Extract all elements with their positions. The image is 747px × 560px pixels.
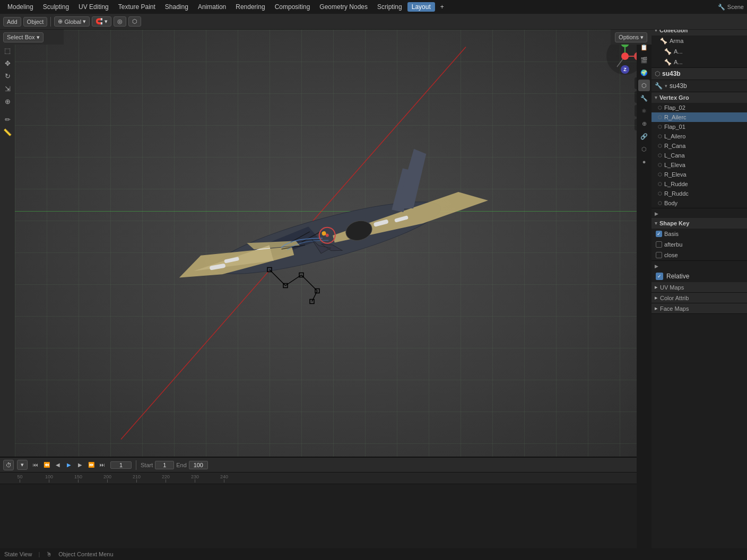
sk-afterbu[interactable]: afterbu: [652, 239, 747, 250]
status-separator-1: |: [38, 551, 40, 557]
menu-geometry-nodes[interactable]: Geometry Nodes: [315, 2, 372, 12]
menu-compositing[interactable]: Compositing: [271, 2, 315, 12]
play-btn[interactable]: ▶: [64, 460, 74, 470]
sk-afterbu-checkbox[interactable]: [656, 241, 662, 248]
start-label: Start: [141, 462, 153, 468]
menu-scripting[interactable]: Scripting: [373, 2, 406, 12]
move-tool[interactable]: ✥: [2, 57, 13, 69]
sk-expand-btn[interactable]: ▶: [652, 261, 747, 270]
next-keyframe-btn[interactable]: ▶: [75, 460, 85, 470]
uv-maps-header[interactable]: ▸ UV Maps: [652, 282, 747, 293]
menu-modeling[interactable]: Modeling: [3, 2, 38, 12]
sk-close[interactable]: close: [652, 250, 747, 260]
sk-basis-checkbox[interactable]: ✓: [656, 231, 662, 237]
vg-expand-btn[interactable]: ▶: [652, 208, 747, 218]
vg-label-7: L_Eleva: [664, 162, 685, 168]
menu-shading[interactable]: Shading: [161, 2, 193, 12]
object-name-row: ⬡ su43b: [652, 68, 747, 80]
vertex-groups-header[interactable]: ▾ Vertex Gro: [652, 92, 747, 103]
armature-sub-1[interactable]: 🦴 A...: [652, 46, 747, 57]
armature-sub-2[interactable]: 🦴 A...: [652, 57, 747, 67]
timeline-type-dropdown[interactable]: ▾: [17, 460, 28, 470]
timeline-dropdown-icon: ▾: [21, 461, 24, 468]
object-button[interactable]: Object: [23, 17, 48, 27]
vg-body[interactable]: ⬡ Body: [652, 198, 747, 208]
jump-end-btn[interactable]: ⏭: [98, 460, 107, 470]
transform-tool[interactable]: ⊕: [2, 95, 13, 107]
add-button[interactable]: Add: [3, 17, 21, 27]
step-back-btn[interactable]: ⏪: [42, 460, 51, 470]
menu-rendering[interactable]: Rendering: [231, 2, 269, 12]
vg-flap02[interactable]: ⬡ Flap_02: [652, 103, 747, 112]
gizmo-z-axis[interactable]: Z: [621, 65, 629, 74]
menu-add[interactable]: +: [436, 2, 448, 12]
rotate-tool[interactable]: ↻: [2, 70, 13, 82]
viewport[interactable]: X Y Z 🔍 ✋ 🎥 📷: [15, 30, 652, 457]
armature-item-1[interactable]: 🦴 Arma: [652, 36, 747, 46]
proportional-icon: ◎: [117, 18, 123, 25]
ruler-label-150: 150: [74, 474, 82, 479]
editor-type-button[interactable]: ⬡: [128, 16, 141, 27]
select-box-button[interactable]: Select Box ▾: [3, 32, 44, 42]
props-scene-icon[interactable]: 🎬: [638, 54, 650, 66]
vg-arrow: ▾: [655, 95, 657, 100]
scale-tool[interactable]: ⇲: [2, 83, 13, 94]
left-sidebar: ✛ ⬚ ✥ ↻ ⇲ ⊕ ✏ 📏: [0, 30, 15, 457]
menu-uv-editing[interactable]: UV Editing: [74, 2, 113, 12]
vg-leleva[interactable]: ⬡ L_Eleva: [652, 160, 747, 170]
vg-lrudde[interactable]: ⬡ L_Rudde: [652, 179, 747, 189]
ruler-tick-line-50: [20, 479, 20, 483]
sk-basis[interactable]: ✓ Basis: [652, 229, 747, 239]
sk-close-checkbox[interactable]: [656, 252, 662, 258]
annotate-tool[interactable]: ✏: [2, 113, 13, 125]
select-box-label: Select Box: [7, 34, 35, 40]
vg-rcana[interactable]: ⬡ R_Cana: [652, 141, 747, 151]
props-modifier-icon[interactable]: 🔧: [638, 92, 650, 104]
snap-button[interactable]: 🧲 ▾: [92, 16, 111, 27]
relative-checkbox[interactable]: ✓: [656, 273, 663, 280]
vg-lcana[interactable]: ⬡ L_Cana: [652, 151, 747, 160]
vg-flap01[interactable]: ⬡ Flap_01: [652, 122, 747, 132]
step-forward-btn[interactable]: ⏩: [86, 460, 96, 470]
face-maps-header[interactable]: ▸ Face Maps: [652, 303, 747, 314]
vg-raileron[interactable]: ⬡ R_Ailerc: [652, 112, 747, 122]
start-frame-input[interactable]: [155, 461, 174, 469]
options-button[interactable]: Options ▾: [615, 32, 647, 42]
menu-animation[interactable]: Animation: [194, 2, 230, 12]
props-physics-icon[interactable]: ⊕: [638, 118, 650, 129]
viewport-background: X Y Z 🔍 ✋ 🎥 📷: [15, 30, 652, 457]
vg-laileron[interactable]: ⬡ L_Ailero: [652, 132, 747, 141]
props-data-icon[interactable]: ⬡: [638, 143, 650, 155]
sk-basis-label: Basis: [664, 231, 679, 237]
sk-close-label: close: [664, 252, 678, 258]
ruler-tick-240: 240: [210, 474, 239, 483]
uv-maps-label: UV Maps: [660, 284, 684, 291]
top-right-icons: 🔧 Scene: [718, 4, 744, 11]
props-constraints-icon[interactable]: 🔗: [638, 130, 650, 142]
end-frame-input[interactable]: [189, 461, 208, 469]
vg-rruddc[interactable]: ⬡ R_Ruddc: [652, 189, 747, 198]
props-world-icon[interactable]: 🌍: [638, 67, 650, 78]
select-tool[interactable]: ⬚: [2, 45, 13, 56]
face-maps-label: Face Maps: [660, 305, 689, 312]
menu-sculpting[interactable]: Sculpting: [39, 2, 73, 12]
vg-releva[interactable]: ⬡ R_Eleva: [652, 170, 747, 179]
measure-tool[interactable]: 📏: [2, 126, 13, 138]
menu-texture-paint[interactable]: Texture Paint: [114, 2, 160, 12]
top-menu-bar: Modeling Sculpting UV Editing Texture Pa…: [0, 0, 747, 14]
menu-layout[interactable]: Layout: [407, 2, 435, 12]
props-particles-icon[interactable]: ⚛: [638, 105, 650, 117]
timeline-ruler: 50 100 150 200 210 220 230 240: [0, 472, 747, 484]
proportional-button[interactable]: ◎: [114, 16, 126, 27]
shape-keys-header[interactable]: ▾ Shape Key: [652, 218, 747, 229]
prev-keyframe-btn[interactable]: ◀: [53, 460, 63, 470]
vg-label-1: Flap_02: [664, 104, 685, 111]
transform-global-button[interactable]: ⊕ Global ▾: [54, 16, 90, 27]
props-material-icon[interactable]: ●: [638, 156, 650, 168]
timeline-type-btn[interactable]: ⏱: [3, 460, 14, 470]
object-context-label: Object Context Menu: [58, 551, 113, 557]
current-frame-input[interactable]: [110, 461, 132, 469]
props-object-icon[interactable]: ⬡: [638, 80, 650, 91]
color-attributes-header[interactable]: ▸ Color Attrib: [652, 293, 747, 303]
jump-start-btn[interactable]: ⏮: [31, 460, 40, 470]
